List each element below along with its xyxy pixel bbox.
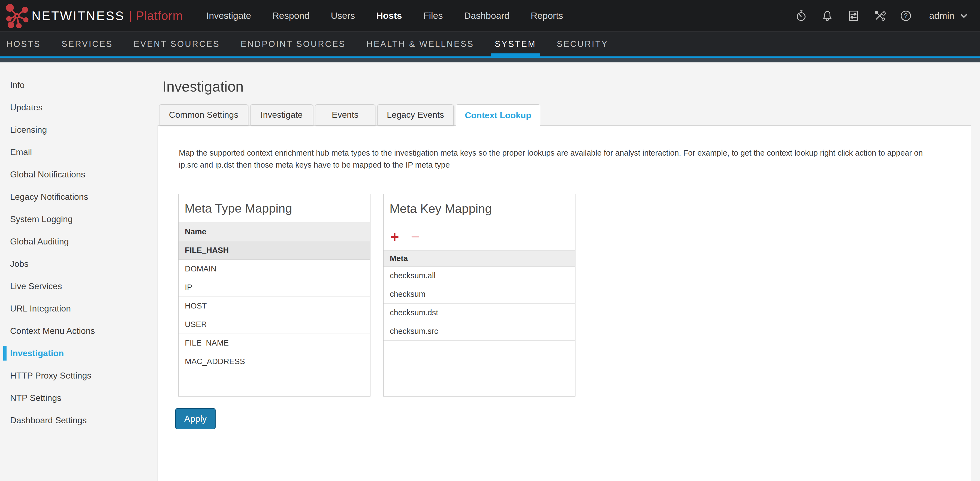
brand-separator: | — [129, 9, 132, 22]
tab-common-settings[interactable]: Common Settings — [159, 105, 248, 125]
chevron-down-icon — [959, 11, 969, 21]
settings-sidebar: Info Updates Licensing Email Global Noti… — [0, 62, 158, 481]
meta-type-row-mac-address[interactable]: MAC_ADDRESS — [178, 352, 370, 371]
sidebar-item-jobs[interactable]: Jobs — [0, 252, 158, 275]
jobs-panel-icon[interactable] — [847, 10, 860, 22]
add-meta-key-icon[interactable]: + — [390, 229, 399, 244]
meta-key-mapping-title: Meta Key Mapping — [383, 194, 575, 223]
tab-legacy-events[interactable]: Legacy Events — [377, 105, 453, 125]
sidebar-item-context-menu-actions[interactable]: Context Menu Actions — [0, 320, 158, 342]
top-navigation-bar: NETWITNESS | Platform Investigate Respon… — [0, 0, 980, 31]
meta-type-row-file-hash[interactable]: FILE_HASH — [178, 241, 370, 260]
meta-key-column-header: Meta — [383, 250, 575, 267]
sidebar-item-legacy-notifications[interactable]: Legacy Notifications — [0, 186, 158, 208]
sidebar-item-global-auditing[interactable]: Global Auditing — [0, 230, 158, 252]
primary-menu: Investigate Respond Users Hosts Files Da… — [206, 10, 563, 21]
sidebar-item-global-notifications[interactable]: Global Notifications — [0, 163, 158, 186]
brand-name: NETWITNESS — [32, 8, 125, 23]
netwitness-logo-icon — [5, 4, 29, 28]
meta-type-row-file-name[interactable]: FILE_NAME — [178, 334, 370, 352]
nav-item-users[interactable]: Users — [331, 10, 355, 21]
tab-endpoint-sources[interactable]: ENDPOINT SOURCES — [241, 32, 346, 56]
meta-key-row-checksum-dst[interactable]: checksum.dst — [383, 303, 575, 322]
notifications-bell-icon[interactable] — [821, 10, 834, 22]
remove-meta-key-icon[interactable]: − — [411, 229, 420, 244]
sidebar-item-updates[interactable]: Updates — [0, 96, 158, 119]
investigation-settings-content: Investigation Common Settings Investigat… — [158, 62, 971, 481]
sidebar-item-investigation[interactable]: Investigation — [0, 342, 158, 364]
tab-context-lookup[interactable]: Context Lookup — [456, 105, 540, 126]
brand-product: Platform — [136, 9, 183, 22]
tab-system[interactable]: SYSTEM — [495, 32, 536, 56]
meta-type-column-header: Name — [178, 222, 370, 241]
sidebar-item-system-logging[interactable]: System Logging — [0, 208, 158, 230]
stopwatch-icon[interactable] — [795, 10, 807, 22]
meta-type-mapping-panel: Meta Type Mapping Name FILE_HASH DOMAIN … — [178, 194, 371, 397]
meta-key-mapping-panel: Meta Key Mapping + − Meta checksum.all c… — [383, 194, 576, 397]
username: admin — [929, 10, 955, 21]
mapping-panels: Meta Type Mapping Name FILE_HASH DOMAIN … — [178, 194, 576, 397]
sidebar-item-ntp-settings[interactable]: NTP Settings — [0, 387, 158, 409]
admin-tools-icon[interactable] — [873, 10, 886, 22]
meta-type-row-ip[interactable]: IP — [178, 278, 370, 297]
tab-event-sources[interactable]: EVENT SOURCES — [134, 32, 220, 56]
nav-item-files[interactable]: Files — [423, 10, 443, 21]
meta-key-row-checksum-src[interactable]: checksum.src — [383, 322, 575, 341]
secondary-navigation-bar: HOSTS SERVICES EVENT SOURCES ENDPOINT SO… — [0, 31, 980, 58]
page-title: Investigation — [162, 78, 244, 95]
nav-item-investigate[interactable]: Investigate — [206, 10, 251, 21]
system-page: Info Updates Licensing Email Global Noti… — [0, 62, 980, 481]
tab-hosts[interactable]: HOSTS — [6, 32, 41, 56]
sidebar-item-live-services[interactable]: Live Services — [0, 275, 158, 297]
tab-security[interactable]: SECURITY — [557, 32, 608, 56]
meta-type-row-host[interactable]: HOST — [178, 297, 370, 315]
nav-item-respond[interactable]: Respond — [272, 10, 309, 21]
sidebar-item-dashboard-settings[interactable]: Dashboard Settings — [0, 409, 158, 432]
meta-type-row-domain[interactable]: DOMAIN — [178, 260, 370, 278]
meta-key-row-checksum[interactable]: checksum — [383, 285, 575, 303]
topnav-right-controls: ? admin — [795, 10, 969, 22]
tab-events[interactable]: Events — [315, 105, 375, 125]
nav-item-hosts[interactable]: Hosts — [376, 10, 402, 21]
apply-button[interactable]: Apply — [175, 408, 216, 429]
sidebar-item-email[interactable]: Email — [0, 141, 158, 163]
tab-investigate[interactable]: Investigate — [250, 105, 313, 125]
header-shadow-strip — [0, 58, 980, 62]
svg-text:?: ? — [904, 12, 908, 19]
sidebar-item-url-integration[interactable]: URL Integration — [0, 297, 158, 320]
sidebar-item-info[interactable]: Info — [0, 74, 158, 96]
brand: NETWITNESS | Platform — [5, 4, 183, 28]
tab-services[interactable]: SERVICES — [62, 32, 113, 56]
nav-item-dashboard[interactable]: Dashboard — [464, 10, 509, 21]
context-lookup-panel: Map the supported context enrichment hub… — [158, 125, 971, 481]
sidebar-item-licensing[interactable]: Licensing — [0, 119, 158, 141]
investigation-tabs: Common Settings Investigate Events Legac… — [159, 105, 540, 126]
sidebar-item-http-proxy-settings[interactable]: HTTP Proxy Settings — [0, 364, 158, 387]
help-icon[interactable]: ? — [900, 10, 912, 22]
meta-type-row-user[interactable]: USER — [178, 315, 370, 334]
meta-key-row-checksum-all[interactable]: checksum.all — [383, 267, 575, 285]
tab-health-wellness[interactable]: HEALTH & WELLNESS — [366, 32, 474, 56]
nav-item-reports[interactable]: Reports — [531, 10, 563, 21]
context-lookup-description: Map the supported context enrichment hub… — [179, 147, 942, 171]
meta-type-mapping-title: Meta Type Mapping — [178, 194, 370, 222]
user-menu[interactable]: admin — [929, 10, 969, 21]
meta-key-toolbar: + − — [383, 223, 575, 250]
